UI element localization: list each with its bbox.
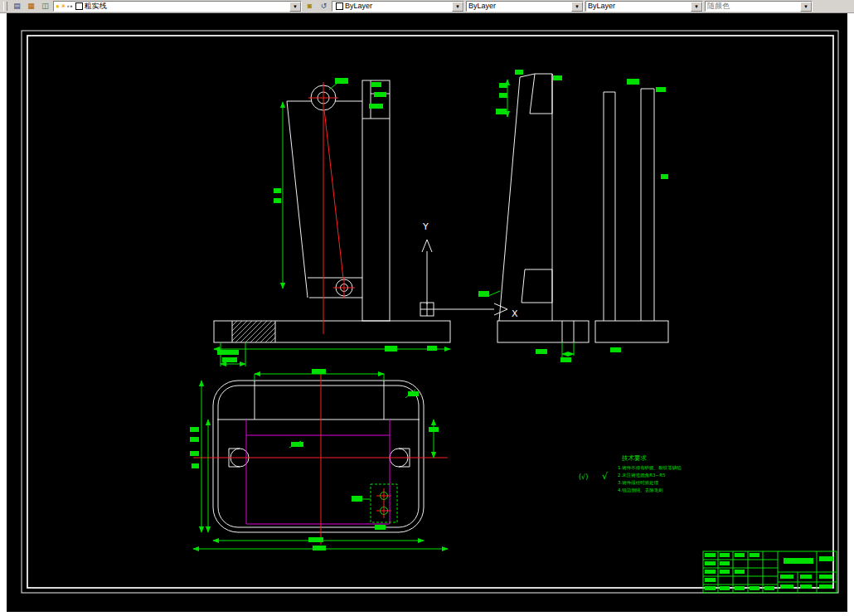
tech-req-line: 2.未注铸造圆角R3~R5 <box>618 473 666 478</box>
color-combo-dropdown-arrow[interactable]: ▼ <box>452 2 463 12</box>
toolbar-grip[interactable] <box>3 2 7 11</box>
layer-isolate-button[interactable]: ◫ <box>39 0 51 12</box>
title-block <box>703 551 837 593</box>
side-section-view <box>478 70 589 362</box>
linetype-combo-dropdown-arrow[interactable]: ▼ <box>571 2 583 12</box>
layer-plot-icon: ▪ <box>70 3 73 10</box>
color-combo[interactable]: ByLayer ▼ <box>332 1 464 12</box>
current-color-name: ByLayer <box>345 2 452 10</box>
lineweight-combo-dropdown-arrow[interactable]: ▼ <box>691 2 702 12</box>
layer-previous-button[interactable]: ↺ <box>318 0 330 12</box>
layer-states-button[interactable]: ▦ <box>25 0 37 12</box>
current-linetype-name: ByLayer <box>468 2 571 10</box>
tech-req-title: 技术要求 <box>621 454 648 462</box>
ucs-y-label: Y <box>422 221 429 232</box>
sheet-border <box>22 31 838 593</box>
current-lineweight-name: ByLayer <box>588 2 691 10</box>
layer-freeze-icon: ☀ <box>61 3 66 10</box>
tech-req-line: 4.锐边倒钝、去除毛刺 <box>618 487 663 493</box>
current-plot-style-name: 随颜色 <box>707 2 800 10</box>
object-properties-toolbar: ▤ ▦ ◫ ● ☀ ▪ ▪ 粗实线 ▼ ◙ ↺ ByLayer ▼ ByLaye… <box>0 0 854 13</box>
model-space-canvas[interactable]: Y X <box>7 13 847 612</box>
layer-combo-dropdown-arrow[interactable]: ▼ <box>289 2 301 12</box>
make-object-layer-current-button[interactable]: ◙ <box>303 0 316 12</box>
top-view <box>190 369 448 551</box>
engineering-drawing[interactable]: Y X <box>7 13 847 612</box>
drawing-area-margin: Y X <box>0 13 854 612</box>
plot-style-combo: 随颜色 ▼ <box>705 1 813 12</box>
layer-color-chip <box>75 2 83 10</box>
section-hatch-middle <box>522 269 552 303</box>
tech-req-line: 3.铸件须经时效处理 <box>618 480 659 486</box>
finish-mark: √ <box>602 471 609 482</box>
technical-requirements: (√) √ 技术要求 1.铸件不得有砂眼、裂纹等缺陷 2.未注铸造圆角R3~R5… <box>579 454 682 493</box>
current-color-chip <box>336 2 343 10</box>
layer-combo[interactable]: ● ☀ ▪ ▪ 粗实线 ▼ <box>53 1 302 12</box>
tech-req-line: 1.铸件不得有砂眼、裂纹等缺陷 <box>618 465 682 471</box>
ucs-x-label: X <box>512 308 518 319</box>
layer-lock-icon: ▪ <box>67 3 70 10</box>
finish-prefix: (√) <box>579 473 588 481</box>
current-layer-name: 粗实线 <box>85 2 289 10</box>
front-view <box>214 78 450 366</box>
linetype-combo[interactable]: ByLayer ▼ <box>466 1 584 12</box>
right-side-view <box>595 79 668 352</box>
layer-on-icon: ● <box>56 3 60 10</box>
lineweight-combo[interactable]: ByLayer ▼ <box>585 1 703 12</box>
cad-application-window: ▤ ▦ ◫ ● ☀ ▪ ▪ 粗实线 ▼ ◙ ↺ ByLayer ▼ ByLaye… <box>0 0 854 616</box>
plot-style-combo-dropdown-arrow: ▼ <box>800 2 812 12</box>
layers-dialog-button[interactable]: ▤ <box>11 0 23 12</box>
section-hatch-top <box>530 74 552 114</box>
